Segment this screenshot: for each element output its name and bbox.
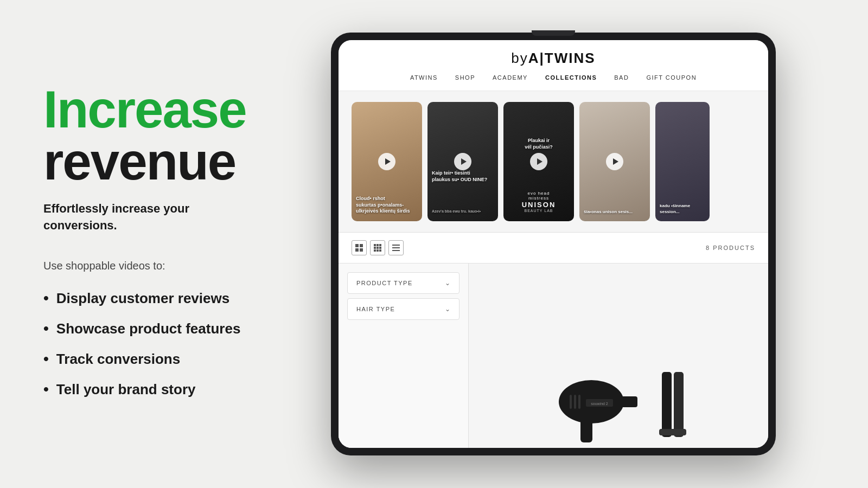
bullet-brand: Tell your brand story	[43, 374, 271, 404]
filter-product-type[interactable]: PRODUCT TYPE ⌄	[347, 272, 459, 294]
svg-rect-6	[379, 244, 381, 246]
video-card-5[interactable]: kadu •šinname session...	[655, 102, 710, 221]
feature-list: Display customer reviews Showcase produc…	[43, 283, 271, 404]
play-button-1[interactable]	[378, 153, 395, 170]
view-icons	[352, 240, 404, 255]
video-text-5: kadu •šinname session...	[660, 203, 705, 215]
svg-rect-11	[376, 249, 379, 252]
video-text-2: Kaip teir• tiesintiplaukus su• OUD NINE?…	[432, 170, 494, 215]
video-card-3[interactable]: Plaukai irvél pučiasi? evo headmistress …	[503, 102, 574, 221]
video-card-1[interactable]: Cloud• rshotsukurtas p•onalams-ulkrjeivė…	[352, 102, 422, 221]
svg-rect-4	[374, 244, 376, 246]
nav-academy[interactable]: ACADEMY	[493, 74, 528, 81]
filter-product-type-label: PRODUCT TYPE	[356, 280, 413, 286]
nav-collections[interactable]: COLLECTIONS	[545, 74, 597, 81]
nav-bad[interactable]: BAD	[614, 74, 629, 81]
play-button-4[interactable]	[606, 153, 623, 170]
svg-rect-10	[374, 249, 376, 252]
collections-bar: 8 PRODUCTS	[339, 232, 768, 264]
product-hair-dryer: souwind 2	[542, 367, 640, 442]
svg-rect-5	[376, 244, 379, 246]
video-text-1: Cloud• rshotsukurtas p•onalams-ulkrjeivė…	[356, 196, 418, 215]
right-panel: byA|TWINS ATWINS SHOP ACADEMY COLLECTION…	[315, 0, 868, 488]
tablet-camera	[532, 30, 575, 36]
filter-hair-type-label: HAIR TYPE	[356, 306, 395, 312]
svg-rect-14	[392, 247, 400, 248]
svg-rect-7	[374, 247, 376, 249]
svg-rect-12	[379, 249, 381, 252]
site-header: byA|TWINS ATWINS SHOP ACADEMY COLLECTION…	[339, 40, 768, 91]
video-text-4: šia•onas unison sesis...	[584, 209, 646, 215]
unison-badge: evo headmistress UNISON BEAUTY LAB	[522, 191, 556, 213]
svg-rect-8	[376, 247, 379, 249]
svg-rect-21	[578, 395, 580, 409]
svg-rect-9	[379, 247, 381, 249]
filter-hair-type[interactable]: HAIR TYPE ⌄	[347, 298, 459, 320]
nav-gift-coupon[interactable]: GIFT COUPON	[646, 74, 697, 81]
use-label: Use shoppable videos to:	[43, 260, 271, 272]
video-card-2[interactable]: Kaip teir• tiesintiplaukus su• OUD NINE?…	[427, 102, 498, 221]
tablet-mockup: byA|TWINS ATWINS SHOP ACADEMY COLLECTION…	[331, 33, 776, 455]
svg-rect-19	[570, 395, 572, 409]
svg-rect-26	[659, 429, 686, 435]
video-card-4[interactable]: šia•onas unison sesis...	[579, 102, 650, 221]
filter-hair-type-arrow: ⌄	[445, 305, 450, 313]
nav-atwins[interactable]: ATWINS	[410, 74, 438, 81]
svg-text:souwind 2: souwind 2	[591, 402, 608, 406]
products-count: 8 PRODUCTS	[706, 245, 755, 251]
tablet-screen: byA|TWINS ATWINS SHOP ACADEMY COLLECTION…	[339, 40, 768, 448]
bullet-showcase: Showcase product features	[43, 313, 271, 344]
svg-rect-20	[574, 395, 576, 409]
play-button-2[interactable]	[454, 153, 471, 170]
subtitle: Effortlessly increase yourconversions.	[43, 201, 271, 234]
svg-rect-24	[662, 372, 672, 437]
svg-rect-1	[360, 244, 363, 247]
grid-view-large[interactable]	[352, 240, 367, 255]
bullet-1: Display customer reviews	[43, 283, 271, 313]
nav-shop[interactable]: SHOP	[455, 74, 475, 81]
product-straightener	[651, 367, 694, 442]
filter-product-type-arrow: ⌄	[445, 279, 450, 287]
grid-view-small[interactable]	[370, 240, 385, 255]
svg-rect-3	[360, 248, 363, 252]
svg-rect-2	[355, 248, 359, 252]
left-panel: Increase revenue Effortlessly increase y…	[0, 0, 315, 488]
list-view[interactable]	[388, 240, 404, 255]
video-text-3-top: Plaukai irvél pučiasi?	[508, 138, 570, 150]
filter-panel: PRODUCT TYPE ⌄ HAIR TYPE ⌄	[339, 264, 469, 448]
svg-rect-18	[580, 418, 592, 442]
svg-rect-13	[392, 245, 400, 246]
play-button-3[interactable]	[530, 153, 547, 170]
site-logo: byA|TWINS	[360, 50, 746, 67]
site-nav: ATWINS SHOP ACADEMY COLLECTIONS BAD GIFT…	[360, 74, 746, 81]
hero-title: Increase revenue	[43, 84, 271, 201]
svg-rect-0	[355, 244, 359, 247]
title-increase: Increase	[43, 84, 271, 136]
svg-rect-17	[618, 396, 637, 407]
bullet-track: Track conversions	[43, 344, 271, 374]
svg-rect-15	[392, 250, 400, 251]
svg-rect-25	[674, 372, 684, 437]
products-area: souwind 2	[469, 264, 768, 448]
video-strip: Cloud• rshotsukurtas p•onalams-ulkrjeivė…	[339, 91, 768, 232]
title-revenue: revenue	[43, 136, 271, 188]
